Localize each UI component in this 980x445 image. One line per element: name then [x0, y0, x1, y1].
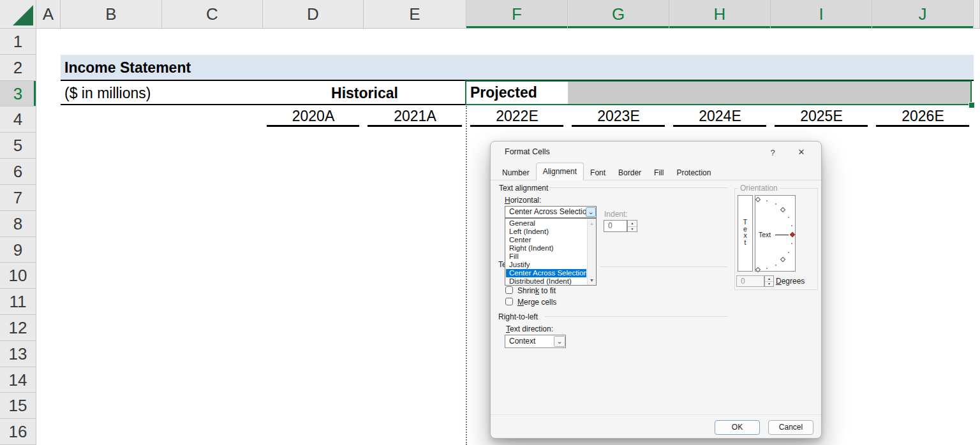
orientation-dial[interactable]: Text: [755, 195, 796, 272]
tab-fill[interactable]: Fill: [648, 166, 670, 180]
spin-down-icon: ▼: [765, 281, 773, 286]
horizontal-label: Horizontal:: [505, 196, 541, 205]
text-control-group-line: [600, 266, 728, 267]
help-icon[interactable]: ?: [766, 147, 779, 159]
column-header-j[interactable]: J: [872, 0, 974, 29]
dropdown-option[interactable]: Left (Indent): [506, 228, 586, 236]
column-header-c[interactable]: C: [162, 0, 263, 29]
dial-angle-diamond[interactable]: [755, 197, 761, 202]
row-header-6[interactable]: 6: [0, 159, 36, 185]
row-header-2[interactable]: 2: [0, 55, 36, 81]
chevron-down-icon[interactable]: ⌄: [554, 336, 565, 347]
dial-angle-dot: [788, 217, 789, 218]
footer-divider: [491, 414, 821, 415]
row-header-16[interactable]: 16: [0, 419, 36, 445]
income-statement-cell[interactable]: Income Statement: [64, 55, 191, 81]
column-header-f[interactable]: F: [466, 0, 568, 29]
tab-border[interactable]: Border: [612, 166, 648, 180]
dial-angle-dot: [775, 265, 776, 266]
dropdown-option[interactable]: Center: [506, 236, 586, 244]
dial-angle-dot: [766, 268, 768, 269]
dropdown-option[interactable]: Center Across Selection: [506, 269, 586, 277]
degrees-spinner[interactable]: ▲ ▼: [764, 275, 774, 287]
row-header-13[interactable]: 13: [0, 341, 36, 367]
row-header-14[interactable]: 14: [0, 367, 36, 393]
column-header-stub[interactable]: [974, 0, 980, 29]
row-header-8[interactable]: 8: [0, 211, 36, 237]
title-row-fill: [61, 55, 974, 81]
cancel-button[interactable]: Cancel: [768, 420, 813, 435]
merge-cells-checkbox[interactable]: [505, 298, 513, 305]
dial-angle-diamond[interactable]: [755, 267, 761, 272]
row-header-9[interactable]: 9: [0, 237, 36, 263]
dropdown-scrollbar[interactable]: ▲ ▼: [587, 219, 596, 285]
column-header-h[interactable]: H: [669, 0, 771, 29]
row-header-3[interactable]: 3: [0, 81, 36, 106]
column-header-e[interactable]: E: [364, 0, 466, 29]
year-cell[interactable]: 2022E: [466, 106, 568, 126]
dropdown-option[interactable]: Distributed (Indent): [506, 277, 586, 286]
row-header-10[interactable]: 10: [0, 263, 36, 289]
text-direction-value: Context: [509, 335, 535, 347]
year-cell[interactable]: 2023E: [568, 106, 669, 126]
ok-button[interactable]: OK: [715, 420, 760, 435]
row-header-7[interactable]: 7: [0, 185, 36, 211]
column-header-g[interactable]: G: [568, 0, 669, 29]
year-cell[interactable]: 2021A: [364, 106, 466, 126]
column-header-b[interactable]: B: [61, 0, 162, 29]
dialog-tabs: NumberAlignmentFontBorderFillProtection: [496, 164, 717, 180]
text-direction-dropdown[interactable]: Context ⌄: [505, 335, 566, 348]
year-cell[interactable]: 2024E: [669, 106, 771, 126]
historical-header-cell[interactable]: Historical: [263, 81, 466, 105]
scroll-down-icon[interactable]: ▼: [588, 276, 596, 284]
tab-alignment[interactable]: Alignment: [536, 163, 584, 180]
orientation-vertical-text-box[interactable]: Text: [738, 195, 753, 272]
scroll-up-icon[interactable]: ▲: [588, 219, 596, 228]
horizontal-dropdown-value: Center Across Selection: [509, 207, 591, 217]
vertical-text-letter: T: [738, 219, 752, 226]
dropdown-option[interactable]: General: [506, 219, 586, 228]
year-underline: [572, 125, 665, 127]
dial-pointer-line: [775, 235, 789, 235]
year-cell[interactable]: 2020A: [263, 106, 364, 126]
select-all-icon: [13, 5, 33, 26]
dropdown-option[interactable]: Fill: [506, 252, 586, 261]
text-direction-label: Text direction:: [506, 325, 553, 333]
row-header-12[interactable]: 12: [0, 315, 36, 341]
select-all-corner[interactable]: [0, 0, 36, 29]
dial-angle-diamond[interactable]: [780, 207, 785, 212]
dial-angle-dot: [788, 252, 789, 253]
horizontal-dropdown[interactable]: Center Across Selection ⌄: [505, 206, 597, 218]
year-cell[interactable]: 2026E: [872, 106, 974, 126]
dropdown-option[interactable]: Justify: [506, 261, 586, 269]
column-header-a[interactable]: A: [36, 0, 61, 29]
historical-bottom-border: [61, 104, 466, 105]
shrink-to-fit-label: Shrink to fit: [517, 286, 556, 295]
degrees-field[interactable]: 0: [736, 275, 764, 287]
row-header-1[interactable]: 1: [0, 29, 36, 55]
tab-number[interactable]: Number: [496, 166, 536, 180]
row-header-15[interactable]: 15: [0, 393, 36, 419]
tab-protection[interactable]: Protection: [670, 166, 717, 180]
right-to-left-group-line: [545, 316, 728, 317]
indent-spinner[interactable]: ▲ ▼: [627, 220, 637, 232]
close-icon[interactable]: ✕: [795, 147, 808, 158]
year-cell[interactable]: 2025E: [771, 106, 872, 126]
dial-angle-diamond[interactable]: [780, 257, 785, 262]
right-to-left-group-label: Right-to-left: [498, 312, 538, 321]
units-cell[interactable]: ($ in millions): [64, 81, 151, 105]
chevron-down-icon[interactable]: ⌄: [586, 207, 596, 217]
dropdown-option[interactable]: Right (Indent): [506, 244, 586, 252]
row-header-5[interactable]: 5: [0, 133, 36, 159]
indent-field[interactable]: 0: [604, 220, 627, 232]
row-header-11[interactable]: 11: [0, 289, 36, 315]
year-underline: [470, 125, 563, 127]
row-header-4[interactable]: 4: [0, 106, 36, 133]
shrink-to-fit-checkbox[interactable]: [505, 286, 513, 294]
selection-border: [465, 80, 972, 105]
dial-angle-dot: [766, 200, 768, 201]
column-header-i[interactable]: I: [771, 0, 872, 29]
year-underline: [876, 125, 969, 127]
column-header-d[interactable]: D: [263, 0, 364, 29]
tab-font[interactable]: Font: [584, 166, 612, 180]
